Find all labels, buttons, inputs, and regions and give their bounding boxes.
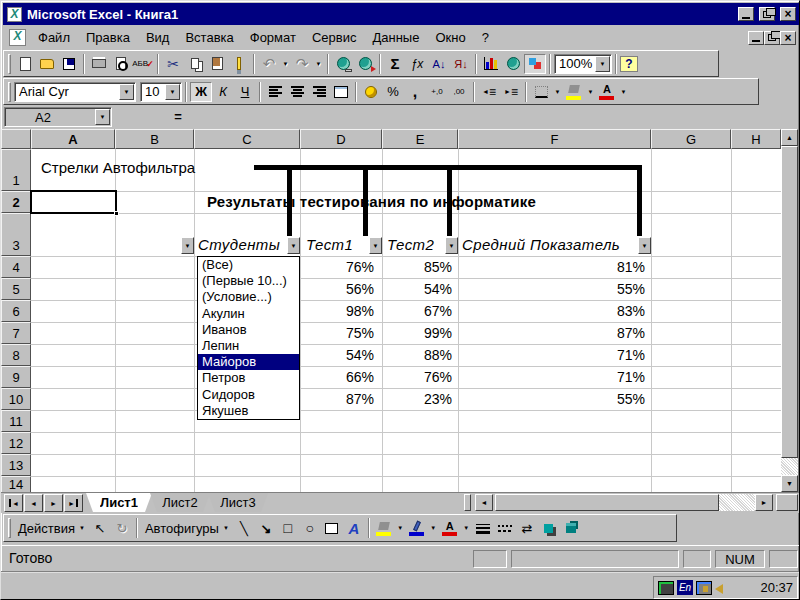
column-header-b[interactable]: B	[115, 129, 194, 149]
row-header-8[interactable]: 8	[1, 344, 31, 366]
font-color-button[interactable]: А	[596, 82, 618, 102]
filter-button-average[interactable]: ▼	[638, 237, 651, 254]
vscroll-thumb[interactable]	[781, 146, 798, 458]
filter-option-akulin[interactable]: Акулин	[198, 306, 299, 322]
hscroll-right-button[interactable]: ►	[755, 494, 773, 511]
next-sheet-button[interactable]: ►	[44, 494, 63, 512]
size-dropdown-arrow-icon[interactable]: ▼	[165, 84, 180, 100]
scroll-down-button[interactable]: ▼	[781, 475, 798, 492]
redo-button[interactable]: ↷	[291, 54, 313, 74]
cell-d7[interactable]: 75%	[300, 322, 374, 344]
menu-edit[interactable]: Правка	[78, 28, 138, 47]
toolbar-grip[interactable]	[8, 54, 11, 74]
header-test1[interactable]: Тест1	[306, 235, 368, 254]
paste-button[interactable]	[206, 54, 228, 74]
redo-dropdown[interactable]: ▼	[313, 54, 324, 74]
select-all-corner[interactable]	[1, 129, 31, 149]
row-header-13[interactable]: 13	[1, 454, 31, 476]
row-header-9[interactable]: 9	[1, 366, 31, 388]
cell-f5[interactable]: 55%	[458, 278, 645, 300]
hscroll-thumb[interactable]	[495, 494, 719, 511]
merge-center-button[interactable]	[330, 82, 352, 102]
toolbar-grip[interactable]	[8, 82, 11, 102]
bold-button[interactable]: Ж	[190, 82, 212, 102]
network-monitor-icon[interactable]	[658, 581, 674, 595]
font-dropdown-arrow-icon[interactable]: ▼	[119, 84, 134, 100]
decrease-indent-button[interactable]: ◄≡	[478, 82, 500, 102]
borders-dropdown[interactable]: ▼	[552, 82, 563, 102]
scroll-up-button[interactable]: ▲	[781, 129, 798, 146]
doc-close-button[interactable]: ×	[780, 31, 796, 45]
select-objects-button[interactable]: ↖	[89, 518, 111, 538]
cell-f7[interactable]: 87%	[458, 322, 645, 344]
row-header-11[interactable]: 11	[1, 410, 31, 432]
sort-descending-button[interactable]: Я↓	[450, 54, 472, 74]
web-toolbar-button[interactable]	[354, 54, 376, 74]
toolbar-grip[interactable]	[8, 518, 11, 538]
rectangle-tool-button[interactable]: □	[277, 518, 299, 538]
autoshapes-menu[interactable]: Автофигуры▼	[141, 521, 233, 536]
last-sheet-button[interactable]: ►	[64, 494, 83, 512]
fill-handle[interactable]	[114, 211, 119, 216]
open-button[interactable]	[36, 54, 58, 74]
increase-indent-button[interactable]: ►≡	[500, 82, 522, 102]
tab-sheet3[interactable]: Лист3	[208, 493, 268, 512]
row-header-2[interactable]: 2	[1, 191, 31, 213]
cell-d10[interactable]: 87%	[300, 388, 374, 410]
clock[interactable]: 20:37	[760, 580, 793, 595]
row-header-4[interactable]: 4	[1, 256, 31, 278]
increase-decimal-button[interactable]: +,0	[426, 82, 448, 102]
prev-sheet-button[interactable]: ◄	[24, 494, 43, 512]
first-sheet-button[interactable]: ◄	[4, 494, 23, 512]
undo-button[interactable]: ↶	[258, 54, 280, 74]
hscroll-left-button[interactable]: ◄	[475, 494, 493, 511]
row-header-1[interactable]: 1	[1, 149, 31, 191]
cell-e4[interactable]: 85%	[382, 256, 452, 278]
format-painter-button[interactable]	[228, 54, 250, 74]
arrow-style-button[interactable]: ⇄	[516, 518, 538, 538]
column-header-g[interactable]: G	[651, 129, 731, 149]
line-color-button[interactable]	[406, 518, 428, 538]
filter-button-students[interactable]: ▼	[287, 237, 300, 254]
cell-f10[interactable]: 55%	[458, 388, 645, 410]
column-header-h[interactable]: H	[731, 129, 781, 149]
tab-sheet2[interactable]: Лист2	[150, 493, 210, 512]
callout-line-d[interactable]	[363, 165, 368, 236]
callout-line-f[interactable]	[637, 165, 642, 236]
cut-button[interactable]: ✂	[162, 54, 184, 74]
oval-tool-button[interactable]: ○	[299, 518, 321, 538]
map-button[interactable]	[502, 54, 524, 74]
cell-e7[interactable]: 99%	[382, 322, 452, 344]
line-style-button[interactable]	[472, 518, 494, 538]
equals-button[interactable]: =	[169, 109, 187, 125]
draw-font-color-dropdown[interactable]: ▼	[461, 518, 472, 538]
callout-line-c[interactable]	[287, 165, 292, 236]
fill-color-dropdown[interactable]: ▼	[585, 82, 596, 102]
filter-option-sidorov[interactable]: Сидоров	[198, 387, 299, 403]
filter-option-ivanov[interactable]: Иванов	[198, 322, 299, 338]
cell-e9[interactable]: 76%	[382, 366, 452, 388]
arrow-tool-button[interactable]: ↘	[255, 518, 277, 538]
tab-sheet1-active[interactable]: Лист1	[86, 493, 152, 512]
undo-dropdown[interactable]: ▼	[280, 54, 291, 74]
name-box-arrow-icon[interactable]: ▼	[95, 109, 110, 125]
print-preview-button[interactable]	[110, 54, 132, 74]
filter-option-yakushev[interactable]: Якушев	[198, 403, 299, 419]
cell-f6[interactable]: 83%	[458, 300, 645, 322]
save-button[interactable]	[58, 54, 80, 74]
font-color-dropdown[interactable]: ▼	[618, 82, 629, 102]
comma-style-button[interactable]: ,	[404, 82, 426, 102]
font-size-combo[interactable]: 10▼	[140, 82, 182, 102]
align-right-button[interactable]	[308, 82, 330, 102]
cell-d9[interactable]: 66%	[300, 366, 374, 388]
filter-option-custom[interactable]: (Условие...)	[198, 289, 299, 305]
insert-hyperlink-button[interactable]	[332, 54, 354, 74]
active-cell-selection[interactable]	[30, 190, 117, 214]
row-header-12[interactable]: 12	[1, 432, 31, 454]
header-students[interactable]: Студенты	[198, 235, 286, 254]
menu-insert[interactable]: Вставка	[177, 28, 241, 47]
align-center-button[interactable]	[286, 82, 308, 102]
chart-wizard-button[interactable]	[480, 54, 502, 74]
draw-actions-menu[interactable]: Действия▼	[14, 521, 89, 536]
cell-e8[interactable]: 88%	[382, 344, 452, 366]
